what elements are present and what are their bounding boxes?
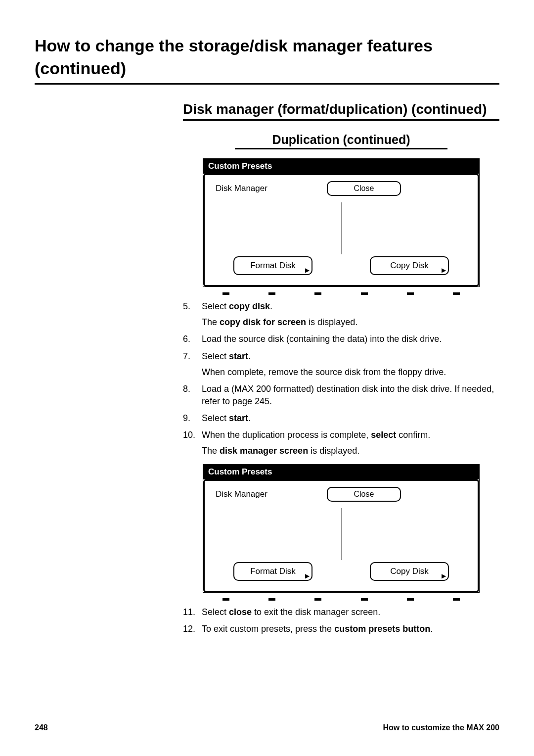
step-text: Select [202,413,229,423]
step-6: 6. Load the source disk (containing the … [183,333,499,345]
step-number: 6. [183,333,202,345]
step-sub-bold: disk manager screen [220,446,308,456]
step-subtext: is displayed. [306,317,357,327]
heading-1: How to change the storage/disk manager f… [35,35,499,80]
step-bold: start [229,351,248,361]
page-footer: 248 How to customize the MAX 200 [35,723,499,732]
close-button-label: Close [354,490,374,499]
steps-list-a: 5. Select copy disk. The copy disk for s… [183,300,499,457]
step-subtext: The [202,446,220,456]
submenu-arrow-icon: ▶ [442,267,446,273]
step-text: Select [202,607,229,617]
submenu-arrow-icon: ▶ [305,573,310,579]
step-10: 10. When the duplication process is comp… [183,429,499,457]
steps-list-b: 11. Select close to exit the disk manage… [183,606,499,635]
close-button[interactable]: Close [327,181,401,196]
dialog-titlebar: Custom Presets [203,465,479,479]
vertical-divider [341,202,342,254]
step-number: 5. [183,300,202,329]
close-button[interactable]: Close [327,487,401,502]
section-heading: Disk manager (format/duplication) (conti… [183,101,499,121]
dialog-custom-presets-1: Custom Presets Disk Manager Close Format… [203,158,480,287]
step-subtext: The [202,317,220,327]
step-text: . [430,624,433,634]
step-subtext: When complete, remove the source disk fr… [202,366,499,378]
footer-section-title: How to customize the MAX 200 [383,723,499,732]
step-subtext: is displayed. [308,446,359,456]
heading-3-rule [235,148,447,149]
binder-ticks [203,598,480,601]
copy-disk-button[interactable]: Copy Disk ▶ [370,256,449,275]
step-9: 9. Select start. [183,412,499,424]
step-number: 9. [183,412,202,424]
heading-2: Disk manager (format/duplication) (conti… [183,101,499,117]
step-bold: select [371,430,396,440]
step-bold: custom presets button [334,624,430,634]
dialog-titlebar: Custom Presets [203,159,479,174]
copy-disk-label: Copy Disk [390,261,428,271]
binder-ticks [203,292,480,295]
step-7: 7. Select start. When complete, remove t… [183,350,499,378]
step-number: 8. [183,383,202,407]
step-text: . [270,301,272,311]
close-button-label: Close [354,184,374,193]
format-disk-button[interactable]: Format Disk ▶ [233,256,312,275]
format-disk-label: Format Disk [250,261,296,271]
dialog-custom-presets-2: Custom Presets Disk Manager Close Format… [203,464,480,593]
dialog-label: Disk Manager [212,184,267,193]
vertical-divider [341,508,342,560]
submenu-arrow-icon: ▶ [442,573,446,579]
dialog-body: Disk Manager Close Format Disk ▶ Copy Di… [203,174,479,286]
submenu-arrow-icon: ▶ [305,267,310,273]
copy-disk-button[interactable]: Copy Disk ▶ [370,562,449,581]
step-text: When the duplication process is complete… [202,430,371,440]
step-bold: close [229,607,252,617]
step-sub-bold: copy disk for screen [220,317,306,327]
step-text: Load a (MAX 200 formatted) destination d… [202,384,494,406]
step-text: to exit the disk manager screen. [252,607,380,617]
step-bold: copy disk [229,301,270,311]
step-text: Load the source disk (containing the dat… [202,334,442,344]
step-text: Select [202,301,229,311]
step-number: 12. [183,623,202,635]
step-text: confirm. [396,430,430,440]
heading-3: Duplication (continued) [272,133,410,147]
step-text: Select [202,351,229,361]
step-bold: start [229,413,248,423]
step-text: To exit custom presets, press the [202,624,334,634]
step-11: 11. Select close to exit the disk manage… [183,606,499,618]
step-12: 12. To exit custom presets, press the cu… [183,623,499,635]
subsection-heading-wrap: Duplication (continued) [183,133,499,149]
step-8: 8. Load a (MAX 200 formatted) destinatio… [183,383,499,407]
format-disk-button[interactable]: Format Disk ▶ [233,562,312,581]
heading-2-rule [183,119,499,121]
step-5: 5. Select copy disk. The copy disk for s… [183,300,499,329]
heading-1-rule [35,83,499,85]
step-text: . [248,351,251,361]
step-number: 11. [183,606,202,618]
format-disk-label: Format Disk [250,567,296,576]
page-title: How to change the storage/disk manager f… [35,35,499,85]
step-text: . [248,413,251,423]
copy-disk-label: Copy Disk [390,567,428,576]
page-number: 248 [35,723,48,732]
dialog-label: Disk Manager [212,489,267,499]
dialog-body: Disk Manager Close Format Disk ▶ Copy Di… [203,479,479,592]
step-number: 10. [183,429,202,457]
step-number: 7. [183,350,202,378]
